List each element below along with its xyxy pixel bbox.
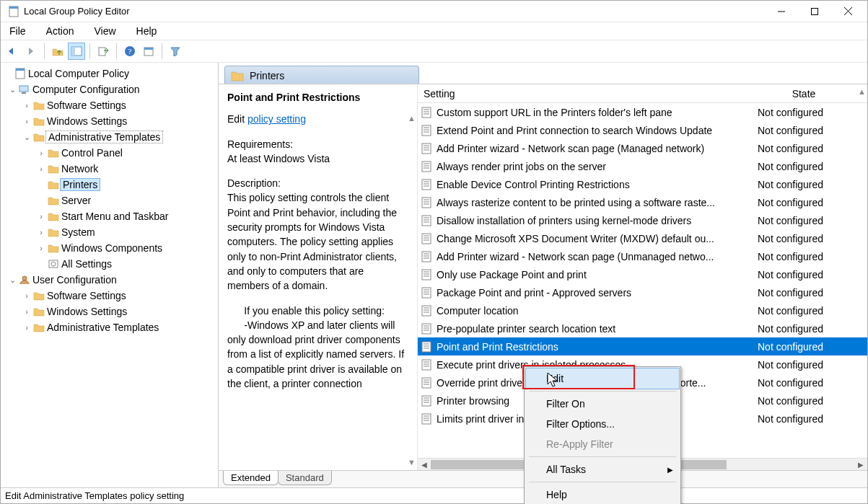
requirements-label: Requirements: [227,137,408,151]
scroll-up-icon[interactable]: ▲ [858,87,866,96]
list-row[interactable]: Disallow installation of printers using … [418,211,867,229]
tree-cc-adm-prn[interactable]: Printers [1,177,218,193]
menu-help[interactable]: Help [132,24,162,38]
expander-icon[interactable]: › [35,228,47,236]
expander-icon[interactable]: ⌄ [21,133,32,142]
setting-name: Point and Print Restrictions [437,341,558,353]
list-row[interactable]: Add Printer wizard - Network scan page (… [418,247,867,265]
ctx-filter-options[interactable]: Filter Options... [526,414,679,434]
setting-name: Add Printer wizard - Network scan page (… [437,251,714,262]
policy-setting-icon [421,251,432,262]
expander-icon[interactable]: › [35,149,47,157]
description-text: This policy setting controls the client … [227,190,408,293]
tree-cc-adm-sys[interactable]: › System [1,224,218,240]
svg-rect-32 [422,162,431,172]
close-button[interactable] [831,1,864,22]
list-row[interactable]: Computer locationNot configured [418,301,867,319]
expander-icon[interactable]: › [21,117,32,125]
scroll-down-icon[interactable]: ▼ [408,457,416,469]
svg-rect-72 [422,342,431,352]
tab-standard[interactable]: Standard [278,471,332,485]
svg-rect-88 [422,414,431,424]
statusbar: Edit Administrative Templates policy set… [1,487,867,503]
tree-cc-adm-cp[interactable]: › Control Panel [1,145,218,161]
tree-cc-adm-srv[interactable]: Server [1,193,218,208]
tree-cc-adm-all[interactable]: All Settings [1,256,218,272]
tree-cc-adm-start[interactable]: › Start Menu and Taskbar [1,208,218,224]
tree-uc-soft[interactable]: › Software Settings [1,288,218,304]
expander-icon[interactable]: › [35,212,47,221]
menu-view[interactable]: View [89,24,120,38]
tree-cc-adm-wc[interactable]: › Windows Components [1,240,218,256]
scroll-right-icon[interactable]: ▶ [854,461,867,469]
ctx-all-tasks[interactable]: All Tasks▶ [526,459,679,479]
properties-button[interactable] [140,43,157,60]
list-row[interactable]: Add Printer wizard - Network scan page (… [418,139,867,157]
tree-cc[interactable]: ⌄ Computer Configuration [1,81,218,97]
expander-icon[interactable]: ⌄ [6,275,18,285]
export-list-button[interactable] [95,43,112,60]
col-state[interactable]: State [753,88,854,100]
list-row[interactable]: Only use Package Point and printNot conf… [418,265,867,283]
list-row[interactable]: Extend Point and Print connection to sea… [418,121,867,139]
policy-setting-icon [421,305,432,317]
menu-action[interactable]: Action [42,24,79,38]
tree-cc-adm-net[interactable]: › Network [1,161,218,177]
titlebar: Local Group Policy Editor [1,1,867,22]
expander-icon[interactable]: › [35,164,47,173]
maximize-button[interactable] [798,1,831,22]
menu-file[interactable]: File [5,24,30,38]
list-row[interactable]: Pre-populate printer search location tex… [418,319,867,337]
tree-pane[interactable]: Local Computer Policy ⌄ Computer Configu… [1,63,219,487]
expander-icon[interactable]: › [21,291,32,300]
policy-setting-icon [421,125,432,136]
expander-icon[interactable]: › [35,244,47,252]
description-label: Description: [227,176,408,190]
tree-root[interactable]: Local Computer Policy [1,66,218,81]
enable-heading: If you enable this policy setting: [227,304,408,318]
policy-setting-icon [421,323,432,335]
list-row[interactable]: Package Point and print - Approved serve… [418,283,867,301]
tree-uc[interactable]: ⌄ User Configuration [1,272,218,288]
tree-uc-win[interactable]: › Windows Settings [1,304,218,319]
list-row[interactable]: Always rasterize content to be printed u… [418,193,867,211]
list-row[interactable]: Custom support URL in the Printers folde… [418,103,867,121]
scroll-left-icon[interactable]: ◀ [418,461,431,469]
list-row[interactable]: Enable Device Control Printing Restricti… [418,175,867,193]
tab-extended[interactable]: Extended [223,471,279,485]
nav-forward-button[interactable] [22,43,40,60]
setting-name: Package Point and print - Approved serve… [437,287,631,299]
help-button[interactable]: ? [121,43,139,60]
tree-cc-win[interactable]: › Windows Settings [1,113,218,129]
ctx-edit[interactable]: Edit [525,368,680,389]
show-hide-tree-button[interactable] [68,43,85,60]
window-title: Local Group Policy Editor [24,6,130,17]
folder-icon [32,306,45,317]
expander-icon[interactable]: › [21,323,32,332]
minimize-button[interactable] [765,1,798,22]
ctx-filter-on[interactable]: Filter On [526,394,679,414]
expander-icon[interactable]: › [21,101,32,110]
list-row[interactable]: Always render print jobs on the serverNo… [418,157,867,175]
policy-setting-icon [421,233,432,244]
svg-rect-3 [812,8,818,14]
list-row[interactable]: Point and Print RestrictionsNot configur… [418,337,867,355]
edit-policy-link[interactable]: policy setting [247,113,306,125]
tree-uc-adm[interactable]: › Administrative Templates [1,319,218,335]
svg-rect-20 [422,107,431,118]
tree-cc-soft[interactable]: › Software Settings [1,97,218,113]
filter-button[interactable] [167,43,184,60]
folder-icon [47,163,60,174]
tree-cc-adm[interactable]: ⌄ Administrative Templates [1,129,218,145]
col-setting[interactable]: Setting [418,88,753,100]
ctx-help[interactable]: Help [526,485,679,504]
expander-icon[interactable]: ⌄ [6,85,18,94]
list-row[interactable]: Change Microsoft XPS Document Writer (MX… [418,229,867,247]
svg-rect-52 [422,252,431,262]
scroll-up-icon[interactable]: ▲ [408,113,416,125]
nav-back-button[interactable] [4,43,21,60]
description-pane: Point and Print Restrictions Edit policy… [219,84,418,470]
up-level-button[interactable] [49,43,66,60]
policy-setting-icon [421,107,432,118]
expander-icon[interactable]: › [21,307,32,316]
